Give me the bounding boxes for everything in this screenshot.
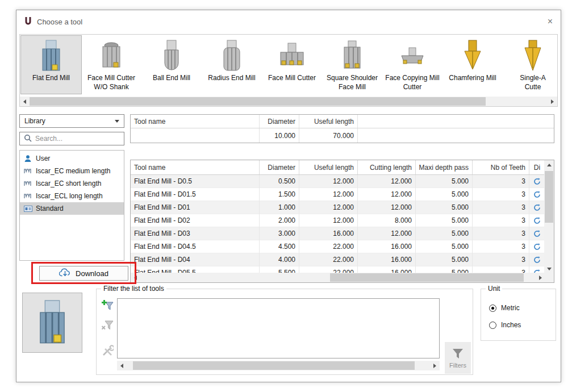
tool-table-col-tool-name[interactable]: Tool name xyxy=(131,160,260,174)
tool-table-body: Flat End Mill - D0.50.50012.00012.0005.0… xyxy=(131,175,544,273)
tool-table-col-useful-length[interactable]: Useful length xyxy=(299,160,358,174)
scrollbar-track[interactable] xyxy=(140,273,536,282)
tool-table-hscrollbar[interactable] xyxy=(131,273,545,282)
arrow-left-icon xyxy=(120,364,123,368)
tool-type-radius-end-mill[interactable]: Radius End Mill xyxy=(202,36,262,94)
remove-filter-button[interactable] xyxy=(99,318,115,333)
cell: 3 xyxy=(473,214,529,227)
current-tool-row[interactable]: 10.00070.000 xyxy=(131,128,554,143)
header-filler xyxy=(358,115,554,128)
tool-row-flat-end-mill-d01[interactable]: Flat End Mill - D011.00012.00012.0005.00… xyxy=(131,201,544,214)
tool-type-face-mill-cutter[interactable]: Face Mill Cutter xyxy=(262,36,322,94)
library-item-label: Standard xyxy=(36,205,64,212)
tool-type-label: Chamfering Mill xyxy=(449,74,496,83)
tool-row-flat-end-mill-d03[interactable]: Flat End Mill - D033.00016.00012.0005.00… xyxy=(131,227,544,240)
search-icon xyxy=(24,134,32,144)
scrollbar-thumb[interactable] xyxy=(30,97,486,106)
cell: 12.000 xyxy=(299,188,358,201)
tool-row-flat-end-mill-d0-5[interactable]: Flat End Mill - D0.50.50012.00012.0005.0… xyxy=(131,175,544,188)
cell: Flat End Mill - D02 xyxy=(131,214,260,227)
scrollbar-thumb[interactable] xyxy=(330,273,524,282)
filter-funnel-icon xyxy=(451,348,465,360)
scroll-left-button[interactable] xyxy=(131,273,140,282)
add-filter-icon xyxy=(101,299,114,314)
close-button[interactable]: × xyxy=(548,17,553,26)
tool-table: Tool nameDiameterUseful lengthCutting le… xyxy=(130,160,554,283)
tool-row-flat-end-mill-d04-5[interactable]: Flat End Mill - D04.54.50022.00016.0005.… xyxy=(131,240,544,253)
download-button[interactable]: Download xyxy=(39,266,128,281)
tool-row-flat-end-mill-d01-5[interactable]: Flat End Mill - D01.51.50012.00012.0005.… xyxy=(131,188,544,201)
edit-tools-button[interactable] xyxy=(99,343,115,359)
tool-type-square-shoulder-face-mill[interactable]: Square Shoulder Face Mill xyxy=(322,36,382,94)
cell: 12.000 xyxy=(358,201,416,214)
tool-table-col-cutting-length[interactable]: Cutting length xyxy=(358,160,416,174)
library-item-iscar-ec-short-length[interactable]: Iscar_EC short length xyxy=(20,177,124,190)
filter-list[interactable] xyxy=(117,298,440,358)
tool-row-flat-end-mill-d02[interactable]: Flat End Mill - D022.00012.0008.0005.000… xyxy=(131,214,544,227)
library-item-iscar-ec-medium-length[interactable]: Iscar_EC medium length xyxy=(20,165,124,177)
tool-type-single-a-cutte[interactable]: Single-A Cutte xyxy=(503,36,558,94)
cell: Flat End Mill - D03 xyxy=(131,227,260,240)
tool-row-flat-end-mill-d05-5[interactable]: Flat End Mill - D05.55.50022.00016.0005.… xyxy=(131,266,544,273)
filter-group: Filter the list of tools Filters xyxy=(96,289,473,375)
arrow-down-icon xyxy=(547,268,552,270)
titlebar: Choose a tool × xyxy=(16,10,561,33)
scrollbar-corner xyxy=(544,273,554,282)
tool-type-chamfering-mill[interactable]: Chamfering Mill xyxy=(442,36,503,94)
tool-table-col-di[interactable]: Di xyxy=(529,160,544,174)
radio-label: Metric xyxy=(501,304,520,312)
filters-button[interactable]: Filters xyxy=(445,342,471,374)
library-item-label: Iscar_ECL long length xyxy=(36,192,103,200)
unit-group: Unit MetricInches xyxy=(481,289,556,341)
cell: 22.000 xyxy=(299,240,358,253)
unit-group-label: Unit xyxy=(486,285,502,293)
tool-row-flat-end-mill-d04[interactable]: Flat End Mill - D044.00022.00016.0005.00… xyxy=(131,253,544,266)
flat-end-mill-icon xyxy=(39,37,64,72)
current-tool-value: 70.000 xyxy=(299,128,358,143)
tool-type-face-mill-cutter-w-o-shank[interactable]: Face Mill Cutter W/O Shank xyxy=(81,36,141,94)
scroll-right-button[interactable] xyxy=(430,361,440,370)
library-item-user[interactable]: User xyxy=(20,152,124,165)
arrow-up-icon xyxy=(547,164,552,166)
scrollbar-track[interactable] xyxy=(544,170,554,264)
current-tool-col-useful-length[interactable]: Useful length xyxy=(299,115,358,128)
search-input[interactable] xyxy=(35,135,120,143)
radio-icon xyxy=(489,322,496,329)
scrollbar-thumb[interactable] xyxy=(545,171,553,223)
tool-table-vscrollbar[interactable] xyxy=(544,160,554,274)
tool-table-col-diameter[interactable]: Diameter xyxy=(260,160,299,174)
filter-list-scrollbar[interactable] xyxy=(117,361,440,370)
scroll-up-button[interactable] xyxy=(544,160,554,170)
current-tool-col-diameter[interactable]: Diameter xyxy=(260,115,299,128)
scrollbar-track[interactable] xyxy=(30,97,548,106)
unit-inches-radio[interactable]: Inches xyxy=(489,321,521,329)
scrollbar-thumb[interactable] xyxy=(133,361,415,370)
library-item-label: User xyxy=(36,155,50,162)
tool-strip-scrollbar[interactable] xyxy=(20,97,557,106)
tool-type-ball-end-mill[interactable]: Ball End Mill xyxy=(141,36,202,94)
scroll-left-button[interactable] xyxy=(117,361,127,370)
cell: 4.500 xyxy=(260,240,299,253)
scroll-left-button[interactable] xyxy=(20,97,30,106)
rotation-direction-icon xyxy=(529,240,544,253)
library-item-iscar-ecl-long-length[interactable]: Iscar_ECL long length xyxy=(20,190,124,202)
cell: 8.000 xyxy=(358,214,416,227)
cell: 16.000 xyxy=(299,227,358,240)
library-source-dropdown[interactable]: Library xyxy=(19,114,124,128)
library-item-standard[interactable]: Standard xyxy=(20,202,124,215)
current-tool-col-tool-name[interactable]: Tool name xyxy=(131,115,260,128)
dropdown-value: Library xyxy=(24,117,45,125)
tool-table-col-maxi-depth-pass[interactable]: Maxi depth pass xyxy=(416,160,473,174)
library-icon xyxy=(23,168,32,174)
tool-table-col-nb-of-teeth[interactable]: Nb of Teeth xyxy=(473,160,529,174)
scroll-right-button[interactable] xyxy=(548,97,557,106)
cell: 16.000 xyxy=(358,266,416,273)
rotation-direction-icon xyxy=(529,214,544,227)
tool-type-face-copying-mill-cutter[interactable]: Face Copying Mill Cutter xyxy=(382,36,442,94)
radius-end-mill-icon xyxy=(220,37,244,72)
tool-type-flat-end-mill[interactable]: Flat End Mill xyxy=(21,36,81,94)
unit-metric-radio[interactable]: Metric xyxy=(489,304,520,312)
radio-icon xyxy=(489,305,496,312)
scrollbar-track[interactable] xyxy=(127,361,430,370)
add-filter-button[interactable] xyxy=(99,298,115,314)
